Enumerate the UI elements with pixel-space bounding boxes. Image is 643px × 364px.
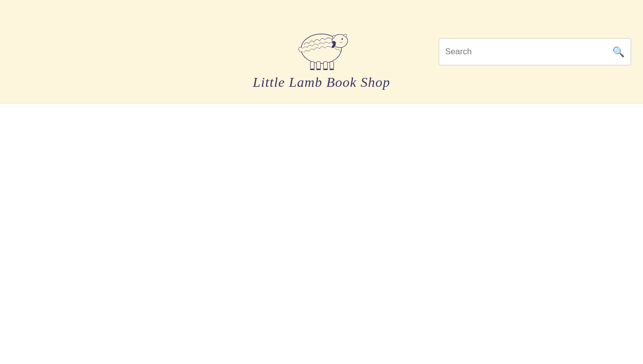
svg-rect-9 [324, 69, 328, 70]
logo-container: Little Lamb Book Shop [253, 13, 390, 90]
logo-image [282, 13, 361, 73]
svg-rect-7 [310, 69, 314, 70]
search-input[interactable] [445, 47, 608, 57]
svg-rect-10 [330, 69, 334, 70]
svg-rect-8 [317, 69, 321, 70]
site-title: Little Lamb Book Shop [253, 74, 390, 90]
search-icon[interactable]: 🔍 [612, 46, 625, 58]
site-header: Little Lamb Book Shop 🔍 [0, 0, 643, 104]
search-container: 🔍 [439, 38, 631, 65]
search-wrapper: 🔍 [439, 38, 631, 65]
main-content [0, 104, 643, 364]
lamb-illustration [282, 16, 361, 70]
svg-point-2 [342, 38, 343, 39]
